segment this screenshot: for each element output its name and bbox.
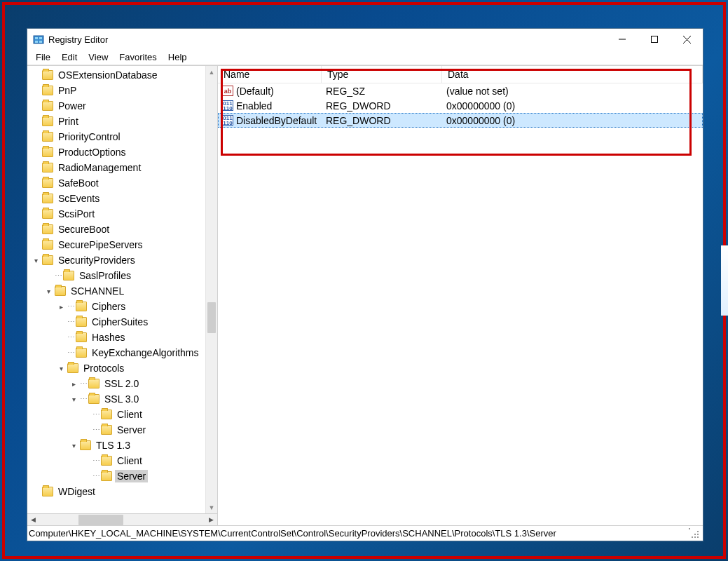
menu-favorites[interactable]: Favorites bbox=[114, 50, 162, 64]
tree-node[interactable]: Print bbox=[27, 114, 217, 129]
scroll-down-icon[interactable]: ▼ bbox=[206, 501, 217, 513]
cell-name: 011110DisabledByDefault bbox=[218, 114, 322, 127]
svg-rect-1 bbox=[35, 37, 38, 39]
column-data-header[interactable]: Data bbox=[442, 66, 703, 83]
menu-edit[interactable]: Edit bbox=[56, 50, 83, 64]
tree-connector: ⋯ bbox=[92, 457, 99, 466]
tree-node[interactable]: ⋯Server bbox=[27, 468, 217, 484]
menu-help[interactable]: Help bbox=[163, 50, 193, 64]
tree-connector: ⋯ bbox=[92, 426, 99, 435]
tree-node[interactable]: ▾SecurityProviders bbox=[27, 252, 217, 268]
tree-node[interactable]: WDigest bbox=[27, 484, 217, 499]
chevron-right-icon[interactable]: ▸ bbox=[57, 303, 66, 311]
tree-connector: ⋯ bbox=[80, 379, 87, 388]
chevron-right-icon[interactable]: ▸ bbox=[69, 380, 78, 388]
menu-view[interactable]: View bbox=[83, 50, 114, 64]
folder-icon bbox=[101, 425, 112, 435]
chevron-down-icon[interactable]: ▾ bbox=[32, 257, 41, 264]
tree-node-label: SSL 3.0 bbox=[102, 393, 141, 405]
list-row[interactable]: 011110EnabledREG_DWORD0x00000000 (0) bbox=[218, 98, 703, 113]
tree-node[interactable]: ▾TLS 1.3 bbox=[27, 438, 217, 453]
list-row[interactable]: 011110DisabledByDefaultREG_DWORD0x000000… bbox=[218, 113, 703, 128]
folder-icon bbox=[42, 163, 53, 173]
tree-node-label: SaslProfiles bbox=[77, 269, 133, 282]
tree-pane: OSExtensionDatabasePnPPowerPrintPriority… bbox=[27, 66, 218, 525]
tree-node-label: OSExtensionDatabase bbox=[56, 69, 160, 81]
folder-icon bbox=[42, 132, 53, 142]
tree-node-label: RadioManagement bbox=[56, 161, 143, 174]
folder-icon bbox=[67, 363, 78, 373]
tree-node[interactable]: ▾SCHANNEL bbox=[27, 283, 217, 299]
folder-icon bbox=[80, 440, 91, 450]
column-type-header[interactable]: Type bbox=[322, 66, 442, 83]
tree-node[interactable]: ▸⋯SSL 2.0 bbox=[27, 376, 217, 391]
scroll-left-icon[interactable]: ◀ bbox=[27, 514, 39, 526]
close-button[interactable] bbox=[671, 29, 703, 50]
menubar: File Edit View Favorites Help bbox=[27, 50, 703, 65]
string-value-icon: ab bbox=[222, 86, 233, 96]
tree-node[interactable]: ▸⋯Ciphers bbox=[27, 299, 217, 314]
tree-node[interactable]: OSExtensionDatabase bbox=[27, 67, 217, 83]
tree-node[interactable]: SecurePipeServers bbox=[27, 237, 217, 252]
tree-node[interactable]: ⋯CipherSuites bbox=[27, 314, 217, 330]
tree-node[interactable]: ⋯Hashes bbox=[27, 330, 217, 345]
folder-icon bbox=[42, 178, 53, 188]
hscroll-thumb[interactable] bbox=[78, 515, 123, 525]
menu-file[interactable]: File bbox=[30, 50, 56, 64]
folder-icon bbox=[55, 286, 66, 296]
tree-node[interactable]: ⋯KeyExchangeAlgorithms bbox=[27, 345, 217, 360]
registry-tree[interactable]: OSExtensionDatabasePnPPowerPrintPriority… bbox=[27, 66, 217, 513]
scroll-right-icon[interactable]: ▶ bbox=[205, 514, 217, 526]
tree-node[interactable]: ⋯Server bbox=[27, 422, 217, 438]
tree-node[interactable]: SecureBoot bbox=[27, 222, 217, 237]
titlebar[interactable]: Registry Editor bbox=[27, 29, 703, 50]
chevron-down-icon[interactable]: ▾ bbox=[69, 396, 78, 403]
folder-icon bbox=[42, 224, 53, 234]
tree-node[interactable]: ScsiPort bbox=[27, 206, 217, 222]
tree-node[interactable]: RadioManagement bbox=[27, 160, 217, 175]
tree-node[interactable]: ⋯SaslProfiles bbox=[27, 268, 217, 283]
tree-node[interactable]: ▾⋯SSL 3.0 bbox=[27, 391, 217, 407]
tree-node-label: Server bbox=[115, 470, 148, 482]
tree-node-label: ProductOptions bbox=[56, 146, 128, 158]
tree-node[interactable]: PriorityControl bbox=[27, 129, 217, 144]
tree-node[interactable]: Power bbox=[27, 98, 217, 114]
maximize-button[interactable] bbox=[638, 29, 671, 50]
tree-node[interactable]: ▾Protocols bbox=[27, 360, 217, 376]
tree-node[interactable]: ⋯Client bbox=[27, 453, 217, 468]
main-body: OSExtensionDatabasePnPPowerPrintPriority… bbox=[27, 65, 703, 525]
list-row[interactable]: ab(Default)REG_SZ(value not set) bbox=[218, 83, 703, 98]
tree-node-label: ScEvents bbox=[56, 192, 102, 205]
folder-icon bbox=[42, 147, 53, 157]
tree-horizontal-scrollbar[interactable]: ◀ ▶ bbox=[27, 513, 217, 525]
tree-node-label: Power bbox=[56, 100, 88, 112]
list-header[interactable]: Name Type Data bbox=[218, 66, 703, 83]
values-list[interactable]: Name Type Data ab(Default)REG_SZ(value n… bbox=[218, 66, 703, 525]
folder-icon bbox=[42, 194, 53, 203]
minimize-button[interactable] bbox=[606, 29, 638, 50]
chevron-down-icon[interactable]: ▾ bbox=[57, 365, 66, 372]
tree-node[interactable]: SafeBoot bbox=[27, 175, 217, 191]
regedit-icon bbox=[33, 34, 44, 45]
tree-node-label: CipherSuites bbox=[90, 316, 150, 328]
chevron-down-icon[interactable]: ▾ bbox=[44, 288, 53, 295]
tree-node[interactable]: ScEvents bbox=[27, 191, 217, 206]
scroll-up-icon[interactable]: ▲ bbox=[206, 66, 217, 78]
registry-editor-window: Registry Editor File Edit View Favorites… bbox=[27, 28, 703, 541]
folder-icon bbox=[76, 348, 87, 358]
tree-node[interactable]: ⋯Client bbox=[27, 407, 217, 422]
tree-node-label: SafeBoot bbox=[56, 177, 101, 189]
folder-icon bbox=[88, 394, 99, 404]
resize-grip-icon[interactable] bbox=[689, 528, 700, 539]
tree-node[interactable]: ProductOptions bbox=[27, 144, 217, 160]
tree-node[interactable]: PnP bbox=[27, 83, 217, 98]
tree-connector: ⋯ bbox=[55, 271, 62, 280]
cell-type: REG_DWORD bbox=[322, 114, 442, 127]
tree-connector: ⋯ bbox=[92, 472, 99, 481]
folder-icon bbox=[63, 271, 74, 280]
scroll-thumb[interactable] bbox=[207, 302, 216, 333]
column-name-header[interactable]: Name bbox=[218, 66, 322, 83]
tree-vertical-scrollbar[interactable]: ▲ ▼ bbox=[205, 66, 217, 513]
folder-icon bbox=[42, 70, 53, 80]
chevron-down-icon[interactable]: ▾ bbox=[69, 442, 78, 450]
